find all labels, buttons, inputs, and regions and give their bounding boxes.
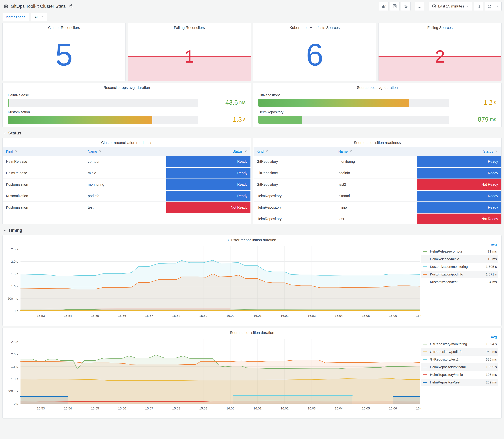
legend-item-helmrepository-bitnami[interactable]: HelmRepository/bitnami1.695 s — [421, 363, 498, 371]
table-header-row: KindNameStatus — [3, 147, 250, 156]
gauge-value: 879ms — [452, 115, 496, 123]
filter-icon[interactable] — [98, 149, 102, 154]
legend-series-name: HelmRepository/test — [430, 380, 486, 384]
column-header-name[interactable]: Name — [335, 147, 417, 156]
table-cell: contour — [85, 156, 166, 167]
table-cell: HelmRepository — [254, 191, 335, 201]
status-cell: Ready — [417, 191, 501, 201]
svg-text:15:54: 15:54 — [64, 407, 72, 410]
svg-text:16:05: 16:05 — [362, 407, 370, 410]
legend-series-name: HelmRelease/minio — [430, 257, 488, 261]
stat-panel-failing-sources: Failing Sources2 — [378, 23, 502, 81]
svg-text:15:56: 15:56 — [118, 407, 126, 410]
timeseries-plot[interactable]: 0 s500 ms1.0 s1.5 s2.0 s2.5 s15:5315:541… — [4, 337, 421, 412]
legend-item-kustomization-podinfo[interactable]: Kustomization/podinfo1.071 s — [421, 271, 498, 278]
legend-swatch — [423, 282, 427, 282]
legend-swatch — [423, 251, 427, 252]
table: KindNameStatusHelmReleasecontourReadyHel… — [3, 147, 251, 213]
legend-item-kustomization-test[interactable]: Kustomization/test84 ms — [421, 278, 498, 286]
table-row: HelmRepositorytestNot Ready — [254, 214, 501, 224]
svg-text:1.0 s: 1.0 s — [11, 284, 18, 288]
legend-avg-value: 108 ms — [486, 373, 497, 377]
refresh-button[interactable] — [485, 2, 494, 11]
legend-item-gitrepository-test2[interactable]: GitRepository/test2338 ms — [421, 356, 498, 363]
legend-avg-value: 338 ms — [486, 357, 497, 361]
gauge-value-number: 1.2 — [483, 99, 492, 106]
svg-text:16:05: 16:05 — [362, 314, 370, 317]
dashboard-settings-button[interactable] — [401, 2, 410, 11]
legend-item-gitrepository-podinfo[interactable]: GitRepository/podinfo980 ms — [421, 348, 498, 356]
top-bar-toolbar: Last 15 minutes — [379, 2, 502, 11]
panel-title: Reconciler ops avg. duration — [3, 83, 251, 90]
table-cell: bitnami — [335, 191, 417, 201]
legend-item-helmrelease-minio[interactable]: HelmRelease/minio16 ms — [421, 255, 498, 263]
filter-icon[interactable] — [265, 149, 269, 154]
section-status[interactable]: Status — [3, 131, 502, 135]
gauge-label: HelmRelease — [8, 93, 246, 97]
svg-text:1.5 s: 1.5 s — [11, 365, 18, 368]
legend-item-kustomization-monitoring[interactable]: Kustomization/monitoring1.605 s — [421, 263, 498, 271]
zoom-out-time-button[interactable] — [474, 2, 483, 11]
column-header-label: Kind — [6, 149, 13, 154]
legend-item-helmrepository-test[interactable]: HelmRepository/test289 ms — [421, 378, 498, 386]
svg-text:16:06: 16:06 — [389, 407, 397, 410]
stat-value: 1 — [128, 48, 251, 65]
table-header-row: KindNameStatus — [254, 147, 501, 156]
gauge-value-unit: ms — [239, 100, 246, 105]
apps-icon[interactable] — [4, 4, 8, 9]
svg-text:16:02: 16:02 — [281, 407, 289, 410]
gauge-value-number: 879 — [478, 116, 489, 123]
legend-avg-value: 1.071 s — [486, 272, 497, 276]
svg-text:15:57: 15:57 — [145, 407, 153, 410]
svg-text:16:00: 16:00 — [226, 314, 234, 317]
legend-avg-value: 980 ms — [486, 350, 497, 354]
panel-title: Cluster reconciliation duration — [3, 235, 501, 242]
table-cell: Kustomization — [3, 179, 85, 190]
svg-text:16:04: 16:04 — [335, 314, 343, 317]
tables-row: Cluster reconciliation readinessKindName… — [2, 138, 502, 224]
save-dashboard-button[interactable] — [390, 2, 399, 11]
chart-legend: avgGitRepository/monitoring1.594 sGitRep… — [421, 335, 498, 386]
column-header-kind[interactable]: Kind — [3, 147, 85, 156]
timeseries-plot[interactable]: 0 s500 ms1.0 s1.5 s2.0 s2.5 s15:5315:541… — [4, 244, 421, 319]
svg-text:16:06: 16:06 — [389, 314, 397, 317]
svg-text:2.5 s: 2.5 s — [11, 247, 18, 251]
chevron-down-icon — [3, 229, 6, 232]
legend-item-helmrelease-contour[interactable]: HelmRelease/contour71 ms — [421, 248, 498, 255]
legend-item-helmrepository-minio[interactable]: HelmRepository/minio108 ms — [421, 371, 498, 378]
column-header-kind[interactable]: Kind — [254, 147, 335, 156]
svg-text:1.0 s: 1.0 s — [11, 377, 18, 381]
legend-item-gitrepository-monitoring[interactable]: GitRepository/monitoring1.594 s — [421, 340, 498, 348]
legend-avg-value: 1.594 s — [486, 342, 497, 346]
table-row: KustomizationmonitoringReady — [3, 179, 250, 190]
legend-avg-value: 84 ms — [488, 280, 497, 284]
cycle-view-mode-button[interactable] — [415, 2, 424, 11]
table-cell: GitRepository — [254, 156, 335, 167]
column-header-status[interactable]: Status — [417, 147, 501, 156]
time-range-picker[interactable]: Last 15 minutes — [429, 2, 472, 11]
table: KindNameStatusGitRepositorymonitoringRea… — [253, 147, 501, 224]
svg-text:2.0 s: 2.0 s — [11, 260, 18, 263]
namespace-variable-label[interactable]: namespace — [3, 13, 29, 21]
section-timing[interactable]: Timing — [3, 228, 502, 233]
chart-panel-cluster-reconciliation-duration: Cluster reconciliation duration0 s500 ms… — [2, 235, 502, 326]
refresh-interval-dropdown[interactable] — [494, 2, 502, 11]
filter-icon[interactable] — [495, 149, 498, 154]
namespace-variable-value-dropdown[interactable]: All — [31, 13, 47, 21]
share-icon[interactable] — [68, 4, 73, 9]
svg-text:15:53: 15:53 — [37, 407, 45, 410]
filter-icon[interactable] — [14, 149, 18, 154]
gauge-value: 1.2s — [452, 98, 496, 107]
status-cell: Ready — [166, 156, 250, 167]
column-header-status[interactable]: Status — [166, 147, 250, 156]
svg-text:16:03: 16:03 — [308, 407, 316, 410]
panel-title: Source ops avg. duration — [253, 83, 501, 90]
column-header-name[interactable]: Name — [85, 147, 166, 156]
filter-icon[interactable] — [244, 149, 247, 154]
legend-series-name: GitRepository/test2 — [430, 357, 486, 361]
svg-text:16:01: 16:01 — [254, 314, 262, 317]
add-panel-button[interactable] — [379, 2, 389, 11]
table-cell: test — [85, 202, 166, 213]
status-cell: Ready — [417, 168, 501, 179]
filter-icon[interactable] — [349, 149, 353, 154]
